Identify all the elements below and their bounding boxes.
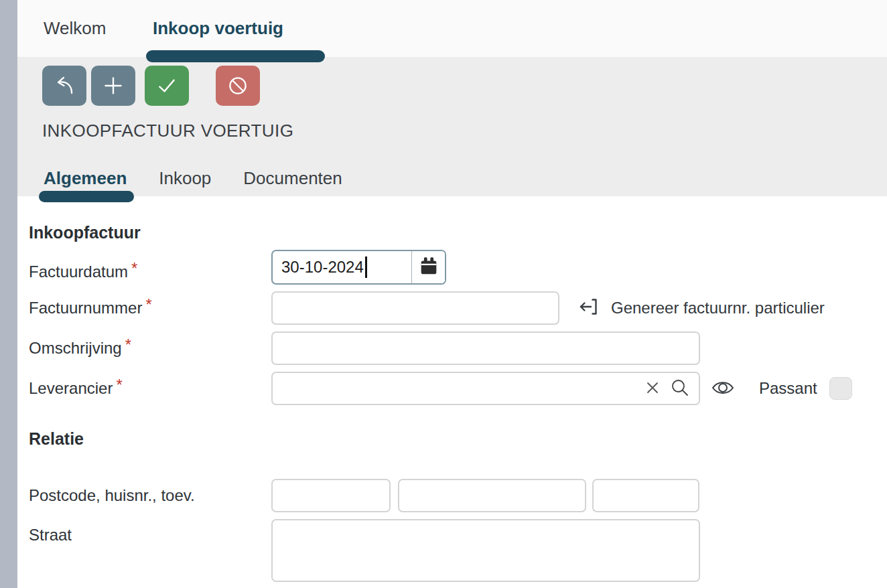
- huisnummer-input[interactable]: [398, 479, 586, 512]
- required-asterisk: *: [125, 336, 131, 354]
- factuurnummer-label: Factuurnummer*: [29, 299, 271, 317]
- section-heading-relatie: Relatie: [29, 429, 887, 448]
- eye-icon: [709, 376, 737, 401]
- leverancier-label: Leverancier*: [29, 379, 271, 398]
- confirm-button[interactable]: [145, 66, 189, 106]
- tab-inkoop-voertuig[interactable]: Inkoop voertuig: [153, 0, 283, 57]
- row-omschrijving: Omschrijving*: [29, 332, 887, 365]
- active-subtab-indicator: [39, 191, 134, 202]
- tab-algemeen[interactable]: Algemeen: [44, 168, 127, 188]
- omschrijving-label: Omschrijving*: [29, 339, 271, 358]
- tab-welkom[interactable]: Welkom: [44, 0, 106, 57]
- insert-arrow-icon: [575, 295, 600, 321]
- postcode-label: Postcode, huisnr., toev.: [29, 486, 271, 505]
- tab-documenten[interactable]: Documenten: [243, 168, 342, 188]
- page-header: INKOOPFACTUUR VOERTUIG Algemeen Inkoop D…: [0, 57, 887, 196]
- toevoeging-input[interactable]: [592, 479, 699, 512]
- back-button[interactable]: [42, 66, 86, 106]
- omschrijving-input[interactable]: [271, 332, 700, 365]
- row-straat: Straat: [29, 519, 887, 582]
- window-tab-bar: Welkom Inkoop voertuig: [0, 0, 887, 57]
- postcode-input[interactable]: [271, 479, 391, 512]
- section-heading-inkoopfactuur: Inkoopfactuur: [29, 223, 887, 242]
- generate-invoice-number-label: Genereer factuurnr. particulier: [611, 299, 825, 317]
- required-asterisk: *: [145, 295, 151, 313]
- factuurdatum-label: Factuurdatum*: [29, 263, 271, 281]
- active-tab-indicator: [146, 50, 325, 62]
- search-button[interactable]: [669, 377, 691, 400]
- tab-inkoop[interactable]: Inkoop: [159, 168, 211, 188]
- arrow-back-icon: [52, 73, 77, 98]
- add-button[interactable]: [91, 66, 135, 106]
- factuurdatum-input[interactable]: 30-10-2024: [273, 251, 411, 283]
- row-leverancier: Leverancier*: [29, 372, 887, 405]
- passant-label: Passant: [759, 379, 817, 398]
- leverancier-field: [271, 372, 700, 405]
- toolbar: [42, 66, 260, 106]
- required-asterisk: *: [116, 376, 122, 394]
- form-panel: Inkoopfactuur Factuurdatum* 30-10-2024: [0, 196, 887, 588]
- page-title: INKOOPFACTUUR VOERTUIG: [42, 121, 293, 141]
- view-relation-button[interactable]: [709, 376, 737, 401]
- calendar-button[interactable]: [411, 251, 445, 283]
- passant-checkbox[interactable]: [829, 377, 852, 400]
- leverancier-input[interactable]: [271, 372, 700, 405]
- clear-icon: [644, 379, 661, 398]
- row-postcode: Postcode, huisnr., toev.: [29, 479, 887, 512]
- section-tabs: Algemeen Inkoop Documenten: [44, 168, 342, 188]
- row-factuurdatum: Factuurdatum* 30-10-2024: [29, 250, 887, 285]
- cancel-button[interactable]: [216, 66, 260, 106]
- block-icon: [224, 72, 251, 99]
- search-icon: [669, 377, 691, 400]
- factuurnummer-input[interactable]: [271, 291, 559, 325]
- straat-input[interactable]: [271, 519, 700, 582]
- row-factuurnummer: Factuurnummer* Genereer factuurnr. parti…: [29, 291, 887, 325]
- generate-invoice-number-action[interactable]: Genereer factuurnr. particulier: [575, 295, 825, 321]
- check-icon: [153, 72, 180, 99]
- clear-button[interactable]: [644, 379, 661, 398]
- vertical-scrollbar[interactable]: [0, 0, 17, 588]
- straat-label: Straat: [29, 519, 271, 544]
- calendar-icon: [417, 255, 440, 280]
- text-caret: [365, 256, 367, 278]
- plus-icon: [100, 73, 126, 98]
- required-asterisk: *: [131, 259, 137, 277]
- factuurdatum-field: 30-10-2024: [271, 250, 446, 285]
